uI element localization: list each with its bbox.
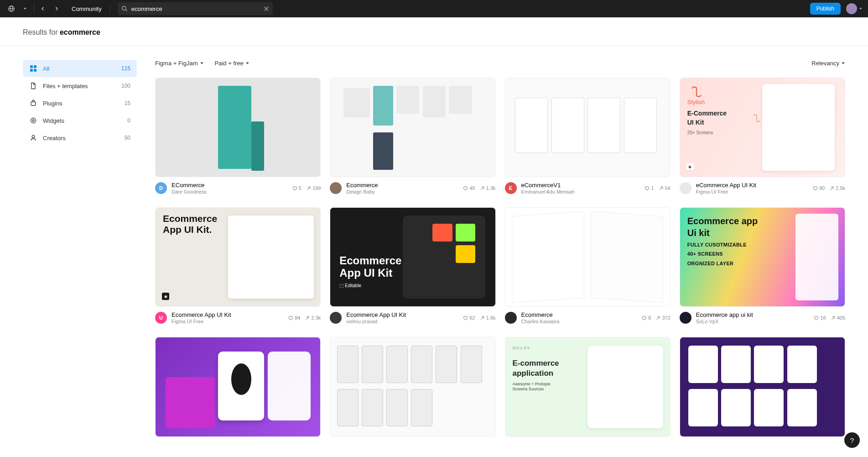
sidebar-item-widgets[interactable]: Widgets 0 [23,112,137,129]
uses-count: 372 [662,315,670,320]
likes-stat: 45 [463,185,475,191]
result-card[interactable] [330,337,495,436]
account-menu[interactable] [846,3,863,14]
card-thumbnail[interactable] [330,78,495,177]
heart-icon [814,315,819,320]
body: All 115 Files + templates 100 Plugins 15… [0,46,868,451]
likes-count: 18 [820,315,826,320]
globe-dropdown[interactable] [19,3,31,15]
filter-product[interactable]: Figma + FigJam [155,60,204,67]
author-avatar[interactable]: E [505,182,517,194]
card-title: Ecommerce [521,311,560,318]
uses-stat: 2.5k [829,185,845,191]
svg-rect-10 [34,69,36,72]
card-thumbnail[interactable] [155,78,321,177]
result-card[interactable]: EcommerceApp UI Kit.◉ U Ecommerce App UI… [155,207,321,324]
card-meta: U Ecommerce App UI Kit Figma UI Free 84 … [155,311,321,324]
nav-forward-button[interactable] [51,3,62,15]
uses-stat: 54 [659,185,670,191]
author-avatar[interactable] [680,182,691,194]
likes-count: 62 [469,315,475,320]
result-card[interactable]: StylishE-CommerceUI Kit20+ Screens◉ eCom… [680,78,845,194]
author-avatar[interactable]: D [155,182,167,194]
result-card[interactable]: OCLAYE-commerceapplicationAwesome + Prot… [505,337,670,436]
svg-point-3 [122,6,126,10]
uses-icon [480,315,485,320]
likes-stat: 1 [645,185,654,191]
clear-search-icon[interactable] [264,6,269,11]
svg-rect-9 [30,69,33,72]
sidebar-item-all[interactable]: All 115 [23,60,137,77]
card-thumbnail[interactable] [680,337,845,436]
uses-icon [829,186,834,191]
card-thumbnail[interactable]: OCLAYE-commerceapplicationAwesome + Prot… [505,337,670,436]
svg-rect-7 [30,65,33,68]
likes-count: 5 [299,185,301,191]
card-thumbnail[interactable]: StylishE-CommerceUI Kit20+ Screens◉ [680,78,845,177]
likes-stat: 18 [814,315,826,320]
author-avatar[interactable] [330,182,342,194]
card-author: Design Baby [346,189,378,194]
svg-rect-8 [34,65,36,68]
card-meta: eCommerce App UI Kit Figma UI Free 90 2.… [680,182,845,194]
sidebar-item-files[interactable]: Files + templates 100 [23,77,137,95]
card-author: Charles Kasasira [521,319,560,324]
uses-stat: 2.3k [305,315,321,320]
chevron-left-icon [41,6,45,11]
result-card[interactable]: EcommerceApp UI Kit⬚ Editable Ecommerce … [330,207,495,324]
card-title: Ecommerce app ui kit [696,311,753,318]
chevron-down-icon [859,7,863,11]
author-avatar[interactable] [680,312,691,324]
card-meta: Ecommerce App UI Kit vishnu prasad 62 1.… [330,311,495,324]
likes-stat: 8 [642,315,651,320]
author-avatar[interactable] [505,312,517,324]
community-label[interactable]: Community [66,5,107,12]
result-card[interactable] [155,337,321,436]
results-query: ecommerce [60,28,100,36]
help-button[interactable]: ? [844,432,860,448]
card-thumbnail[interactable]: Ecommerce appUi kitFULLY CUSOTMIZABLE40+… [680,207,845,307]
nav-back-button[interactable] [37,3,49,15]
card-thumbnail[interactable] [155,337,321,436]
author-avatar[interactable]: U [155,312,167,324]
chevron-down-icon [841,61,845,65]
card-text: Ecommerce app ui kit SoLo VpX [696,311,753,324]
author-avatar[interactable] [330,312,342,324]
globe-menu-button[interactable] [5,3,17,15]
plugin-icon [29,99,37,107]
sidebar-item-plugins[interactable]: Plugins 15 [23,95,137,112]
result-card[interactable]: D ECommerce Dare Goodness 5 199 [155,78,321,194]
sort-dropdown[interactable]: Relevancy [811,60,845,67]
filter-price-label: Paid + free [215,60,244,67]
card-stats: 45 1.3k [463,185,495,191]
uses-icon [480,186,485,191]
sidebar-item-creators[interactable]: Creators 50 [23,129,137,147]
result-card[interactable] [680,337,845,436]
card-title: ECommerce [172,182,207,189]
search-input[interactable] [131,5,260,12]
card-title: eCommerce App UI Kit [696,182,756,189]
results-prefix: Results for [23,28,60,36]
result-card[interactable]: Ecommerce Charles Kasasira 8 372 [505,207,670,324]
svg-rect-11 [31,102,36,105]
card-thumbnail[interactable]: EcommerceApp UI Kit⬚ Editable [330,207,495,307]
result-card[interactable]: Ecommerce Design Baby 45 1.3k [330,78,495,194]
result-card[interactable]: E eCommerceV1 Emmanuel Adu Mensah 1 54 [505,78,670,194]
card-thumbnail[interactable] [505,207,670,307]
uses-count: 2.3k [311,315,321,320]
card-thumbnail[interactable] [505,78,670,177]
card-text: eCommerce App UI Kit Figma UI Free [696,182,756,194]
card-text: Ecommerce Charles Kasasira [521,311,560,324]
publish-button[interactable]: Publish [810,3,841,15]
result-card[interactable]: Ecommerce appUi kitFULLY CUSOTMIZABLE40+… [680,207,845,324]
filter-price[interactable]: Paid + free [215,60,249,67]
card-thumbnail[interactable]: EcommerceApp UI Kit.◉ [155,207,321,307]
card-text: Ecommerce App UI Kit Figma UI Free [172,311,231,324]
card-author: Emmanuel Adu Mensah [521,189,575,194]
card-title: Ecommerce App UI Kit [172,311,231,318]
widget-icon [29,116,37,125]
card-meta: E eCommerceV1 Emmanuel Adu Mensah 1 54 [505,182,670,194]
chevron-right-icon [54,6,59,11]
card-thumbnail[interactable] [330,337,495,436]
likes-stat: 84 [288,315,300,320]
